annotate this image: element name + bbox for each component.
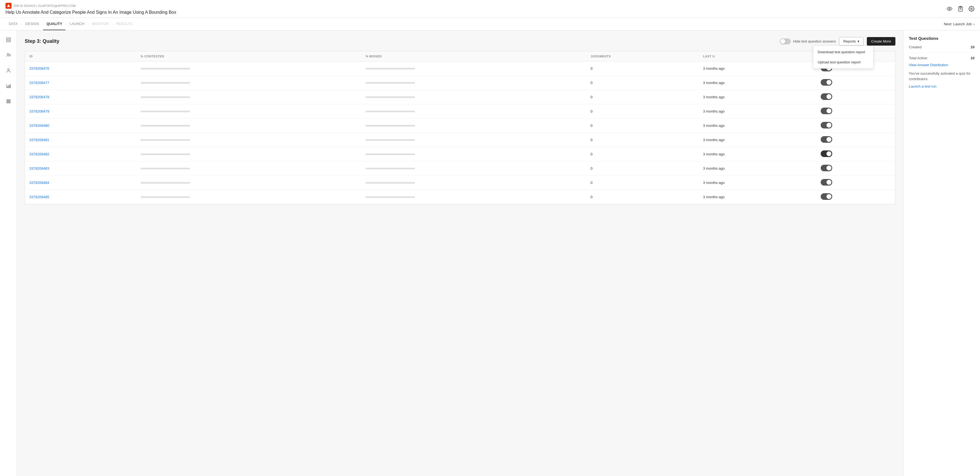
tab-launch[interactable]: LAUNCH (67, 18, 88, 30)
row-id-link-3[interactable]: 3378206479 (29, 109, 49, 113)
row-toggle-cell-5 (816, 133, 896, 147)
row-contested-9 (136, 190, 361, 204)
row-judgments-0: 0 (586, 62, 699, 76)
row-id-8: 3378206484 (25, 176, 136, 190)
table-row: 337820647803 months ago (25, 90, 896, 104)
row-toggle-3[interactable] (821, 108, 832, 114)
step-header: Step 3: Quality Hide test question answe… (25, 37, 896, 46)
tab-quality[interactable]: QUALITY (43, 18, 65, 30)
table-row: 337820648303 months ago (25, 162, 896, 176)
table-row: 337820648203 months ago (25, 147, 896, 162)
missed-bar-8 (366, 182, 415, 184)
reports-chevron: ▾ (858, 39, 859, 43)
col-judgments: JUDGMENTS (586, 51, 699, 62)
view-distribution-link[interactable]: View Answer Distribution (909, 63, 975, 67)
tab-data[interactable]: DATA (5, 18, 21, 30)
col-missed: % MISSED (361, 51, 586, 62)
svg-point-20 (10, 99, 10, 100)
row-id-link-1[interactable]: 3378206477 (29, 81, 49, 85)
hide-answers-switch[interactable] (780, 38, 791, 44)
svg-rect-8 (9, 38, 10, 40)
row-id-link-0[interactable]: 3378206476 (29, 67, 49, 71)
active-value: 10 (970, 56, 975, 60)
launch-test-run-link[interactable]: Launch a test run (909, 84, 975, 88)
contested-bar-9 (141, 196, 190, 198)
svg-point-26 (10, 101, 10, 102)
row-toggle-4[interactable] (821, 122, 832, 129)
table-row: 337820647603 months ago (25, 62, 896, 76)
row-judgments-4: 0 (586, 119, 699, 133)
appen-logo (5, 3, 11, 9)
step-actions: Hide test question answers Reports ▾ Dow… (780, 37, 896, 46)
row-last-updated-3: 3 months ago (699, 104, 816, 119)
row-id-link-4[interactable]: 3378206480 (29, 124, 49, 128)
row-id-link-2[interactable]: 3378206478 (29, 95, 49, 99)
row-missed-8 (361, 176, 586, 190)
row-id-link-8[interactable]: 3378206484 (29, 181, 49, 185)
row-id-5: 3378206481 (25, 133, 136, 147)
svg-point-25 (6, 101, 7, 102)
nav-next[interactable]: Next: Launch Job › (944, 22, 975, 26)
row-toggle-5[interactable] (821, 136, 832, 143)
missed-bar-0 (366, 68, 415, 70)
tab-design[interactable]: DESIGN (22, 18, 42, 30)
nav-next-label: Next: Launch Job (944, 22, 972, 26)
col-last-updated: LAST U (699, 51, 816, 62)
row-last-updated-2: 3 months ago (699, 90, 816, 104)
missed-bar-5 (366, 139, 415, 141)
row-toggle-7[interactable] (821, 165, 832, 171)
sidebar-icon-chart[interactable] (3, 81, 13, 91)
svg-rect-16 (8, 86, 10, 87)
row-id-link-7[interactable]: 3378206483 (29, 167, 49, 170)
row-last-updated-0: 3 months ago (699, 62, 816, 76)
row-judgments-8: 0 (586, 176, 699, 190)
clipboard-icon[interactable] (958, 6, 964, 12)
sidebar-icon-people[interactable] (3, 66, 13, 76)
row-toggle-8[interactable] (821, 179, 832, 186)
sidebar-icon-group[interactable] (3, 50, 13, 60)
row-contested-8 (136, 176, 361, 190)
sidebar-icon-dashboard[interactable] (3, 35, 13, 45)
row-id-6: 3378206482 (25, 147, 136, 162)
row-missed-3 (361, 104, 586, 119)
row-toggle-cell-8 (816, 176, 896, 190)
tab-monitor: MONITOR (89, 18, 112, 30)
settings-icon[interactable] (969, 6, 975, 12)
table-header-row: ID % CONTESTED % MISSED JUDGMENTS LAST U (25, 51, 896, 62)
row-last-updated-4: 3 months ago (699, 119, 816, 133)
panel-title: Test Questions (909, 36, 975, 41)
svg-point-1 (949, 8, 950, 10)
upload-report-item[interactable]: Upload test question report (813, 57, 873, 67)
row-contested-5 (136, 133, 361, 147)
download-report-item[interactable]: Download test question report (813, 47, 873, 57)
missed-bar-1 (366, 82, 415, 84)
svg-point-21 (6, 102, 7, 103)
reports-button[interactable]: Reports ▾ (839, 37, 864, 46)
row-missed-2 (361, 90, 586, 104)
reports-dropdown: Download test question report Upload tes… (813, 46, 873, 69)
svg-rect-17 (10, 84, 11, 88)
row-id-link-5[interactable]: 3378206481 (29, 138, 49, 142)
create-more-button[interactable]: Create More (867, 37, 896, 46)
svg-point-11 (7, 53, 8, 55)
row-id-link-6[interactable]: 3378206482 (29, 152, 49, 156)
row-contested-0 (136, 62, 361, 76)
row-toggle-9[interactable] (821, 193, 832, 200)
row-last-updated-9: 3 months ago (699, 190, 816, 204)
row-id-link-9[interactable]: 3378206485 (29, 195, 49, 199)
created-label: Created (909, 45, 921, 49)
logo-icon (6, 4, 10, 8)
row-toggle-1[interactable] (821, 79, 832, 86)
row-toggle-2[interactable] (821, 93, 832, 100)
row-toggle-cell-6 (816, 147, 896, 162)
panel-divider-1 (909, 52, 975, 53)
preview-icon[interactable] (947, 6, 953, 12)
step-title: Step 3: Quality (25, 38, 59, 44)
row-id-7: 3378206483 (25, 162, 136, 176)
sidebar-icon-grid[interactable] (3, 96, 13, 106)
svg-marker-0 (7, 4, 10, 7)
row-judgments-3: 0 (586, 104, 699, 119)
svg-rect-9 (6, 40, 8, 42)
row-toggle-6[interactable] (821, 151, 832, 157)
header-left: JOB ID 2016415 | GLAPORTE@APPEN.COM Help… (5, 3, 177, 15)
